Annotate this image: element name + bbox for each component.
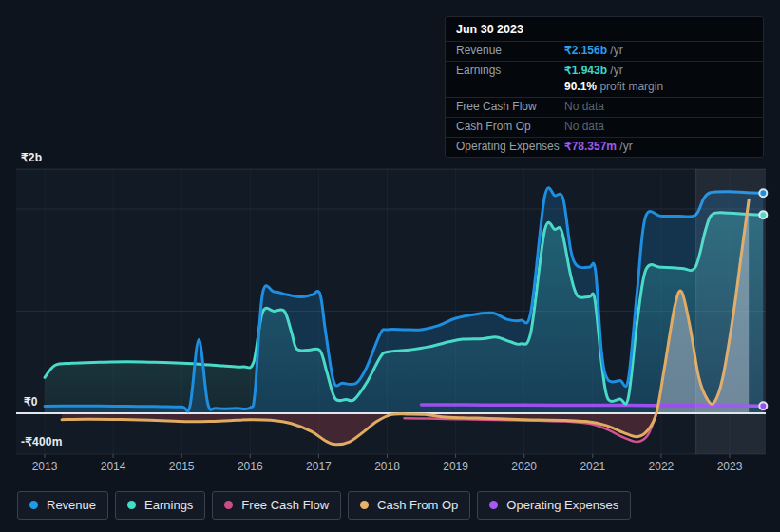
tooltip-date: Jun 30 2023 (446, 17, 763, 41)
x-axis-year-label: 2016 (238, 460, 263, 473)
tooltip-revenue-label: Revenue (456, 44, 564, 58)
tooltip-fcf-value: No data (564, 100, 604, 114)
tooltip-revenue-unit: /yr (610, 44, 622, 57)
x-axis-year-label: 2018 (374, 460, 400, 473)
earnings-end-marker (759, 211, 767, 218)
free-cash-flow-dot-icon (224, 501, 233, 509)
y-axis-label-neg400m: -₹400m (21, 435, 63, 448)
legend-revenue-label: Revenue (47, 498, 96, 512)
revenue-dot-icon (29, 501, 38, 509)
tooltip-row-revenue: Revenue ₹2.156b /yr (446, 41, 763, 61)
chart-tooltip: Jun 30 2023 Revenue ₹2.156b /yr Earnings… (445, 16, 764, 158)
tooltip-row-cash-from-op: Cash From Op No data (446, 117, 763, 137)
legend-item-revenue[interactable]: Revenue (17, 491, 108, 520)
tooltip-revenue-value: ₹2.156b (564, 44, 607, 57)
x-axis-year-label: 2021 (580, 460, 605, 473)
revenue-end-marker (759, 189, 767, 197)
tooltip-earnings-label: Earnings (456, 64, 564, 78)
tooltip-cashop-label: Cash From Op (456, 120, 564, 134)
tooltip-row-earnings: Earnings ₹1.943b /yr 90.1% profit margin (446, 61, 763, 97)
tooltip-profit-margin-text: profit margin (599, 80, 663, 93)
x-axis-year-label: 2014 (101, 460, 126, 473)
legend-cashop-label: Cash From Op (377, 498, 458, 512)
x-axis-year-label: 2022 (649, 460, 675, 473)
chart-legend: Revenue Earnings Free Cash Flow Cash Fro… (17, 491, 631, 520)
selected-period-band (696, 169, 766, 454)
x-axis-year-label: 2013 (32, 460, 58, 473)
tooltip-earnings-value: ₹1.943b (564, 64, 607, 77)
legend-opex-label: Operating Expenses (506, 498, 618, 512)
legend-item-cash-from-op[interactable]: Cash From Op (348, 491, 470, 520)
tooltip-opex-value: ₹78.357m (564, 140, 617, 153)
x-axis-year-label: 2019 (443, 460, 468, 473)
tooltip-opex-label: Operating Expenses (456, 140, 564, 154)
tooltip-fcf-label: Free Cash Flow (456, 100, 564, 114)
x-axis-year-label: 2015 (169, 460, 195, 473)
x-axis-year-label: 2017 (306, 460, 332, 473)
tooltip-opex-unit: /yr (619, 140, 632, 153)
operating-expenses-end-marker (759, 402, 767, 409)
tooltip-row-free-cash-flow: Free Cash Flow No data (446, 97, 763, 117)
x-axis-year-label: 2023 (717, 460, 743, 473)
y-axis-label-2b: ₹2b (21, 151, 42, 164)
y-axis-label-zero: ₹0 (24, 395, 38, 408)
legend-item-free-cash-flow[interactable]: Free Cash Flow (212, 491, 341, 520)
legend-item-earnings[interactable]: Earnings (115, 491, 205, 520)
tooltip-row-operating-expenses: Operating Expenses ₹78.357m /yr (446, 137, 763, 157)
legend-earnings-label: Earnings (144, 498, 193, 512)
tooltip-earnings-unit: /yr (610, 64, 622, 77)
tooltip-cashop-value: No data (564, 120, 604, 134)
cash-from-op-dot-icon (360, 501, 369, 509)
legend-item-operating-expenses[interactable]: Operating Expenses (477, 491, 631, 520)
earnings-dot-icon (127, 501, 136, 509)
tooltip-profit-margin-value: 90.1% (564, 80, 597, 93)
legend-fcf-label: Free Cash Flow (241, 498, 329, 512)
operating-expenses-dot-icon (489, 501, 498, 509)
earnings-revenue-history-chart: 2013201420152016201720182019202020212022… (0, 0, 780, 532)
x-axis-year-label: 2020 (511, 460, 537, 473)
